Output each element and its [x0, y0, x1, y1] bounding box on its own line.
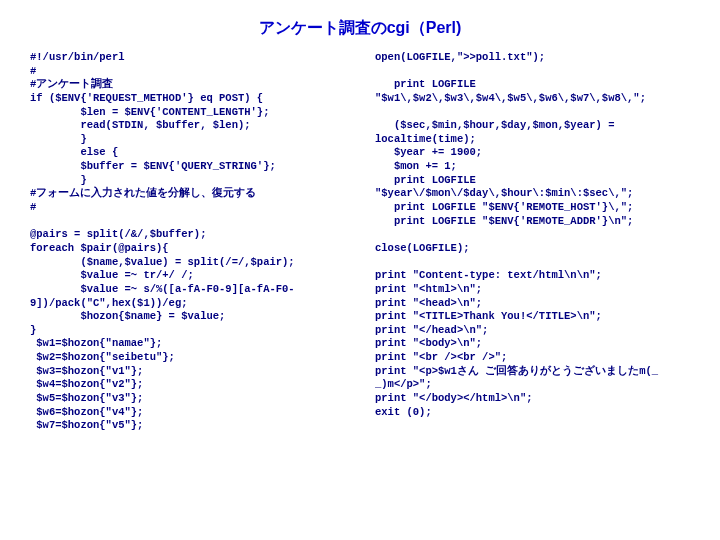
code-column-left: #!/usr/bin/perl # #アンケート調査 if ($ENV{'REQ… [30, 51, 345, 433]
code-container: #!/usr/bin/perl # #アンケート調査 if ($ENV{'REQ… [0, 51, 720, 433]
page-title: アンケート調査のcgi（Perl) [0, 0, 720, 51]
code-column-right: open(LOGFILE,">>poll.txt"); print LOGFIL… [375, 51, 690, 433]
